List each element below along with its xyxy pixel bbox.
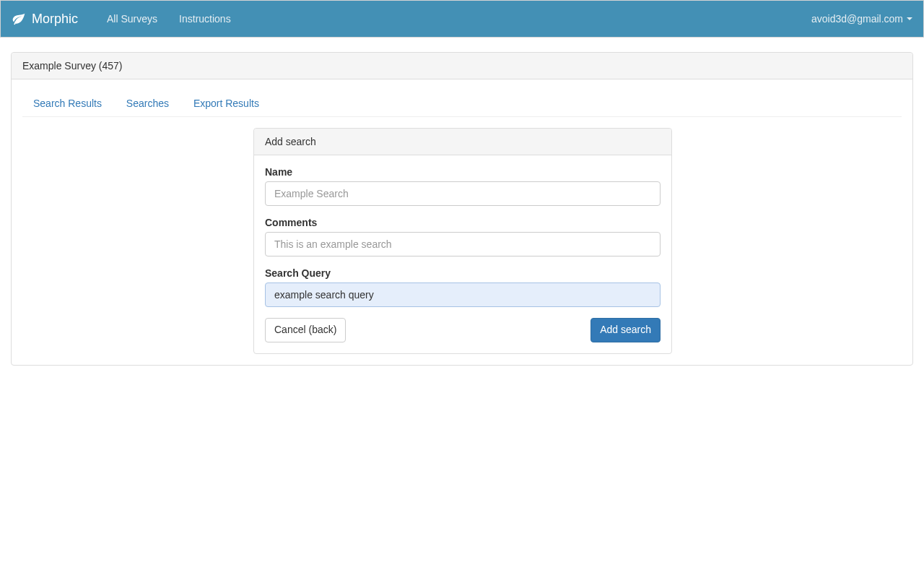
nav-links: All Surveys Instructions <box>96 2 242 35</box>
nav-instructions[interactable]: Instructions <box>168 2 242 35</box>
form-actions: Cancel (back) Add search <box>265 318 661 342</box>
name-label: Name <box>265 166 661 178</box>
nav-all-surveys[interactable]: All Surveys <box>96 2 168 35</box>
tab-export-results[interactable]: Export Results <box>183 90 270 116</box>
tabs: Search Results Searches Export Results <box>22 90 902 117</box>
query-label: Search Query <box>265 267 661 279</box>
name-group: Name <box>265 166 661 206</box>
query-input[interactable] <box>265 282 661 307</box>
container: Example Survey (457) Search Results Sear… <box>0 38 924 366</box>
brand-text: Morphic <box>32 12 78 27</box>
cancel-button[interactable]: Cancel (back) <box>265 318 346 342</box>
form-body: Name Comments Search Query Cancel (back)… <box>254 155 671 353</box>
tab-searches[interactable]: Searches <box>116 90 180 116</box>
comments-label: Comments <box>265 217 661 228</box>
panel-header: Example Survey (457) <box>12 53 912 79</box>
tab-search-results[interactable]: Search Results <box>22 90 113 116</box>
comments-group: Comments <box>265 217 661 256</box>
user-dropdown[interactable]: avoid3d@gmail.com <box>801 2 912 35</box>
submit-button[interactable]: Add search <box>590 318 661 342</box>
comments-input[interactable] <box>265 232 661 256</box>
name-input[interactable] <box>265 181 661 206</box>
leaf-icon <box>12 12 26 26</box>
form-title: Add search <box>254 129 671 155</box>
navbar: Morphic All Surveys Instructions avoid3d… <box>0 0 924 38</box>
brand-link[interactable]: Morphic <box>12 12 78 27</box>
panel-body: Search Results Searches Export Results A… <box>12 79 912 365</box>
query-group: Search Query <box>265 267 661 307</box>
user-email: avoid3d@gmail.com <box>811 13 903 25</box>
survey-panel: Example Survey (457) Search Results Sear… <box>11 52 913 366</box>
add-search-panel: Add search Name Comments Search Query <box>253 128 672 354</box>
caret-down-icon <box>907 17 912 20</box>
nav-right: avoid3d@gmail.com <box>801 2 912 35</box>
